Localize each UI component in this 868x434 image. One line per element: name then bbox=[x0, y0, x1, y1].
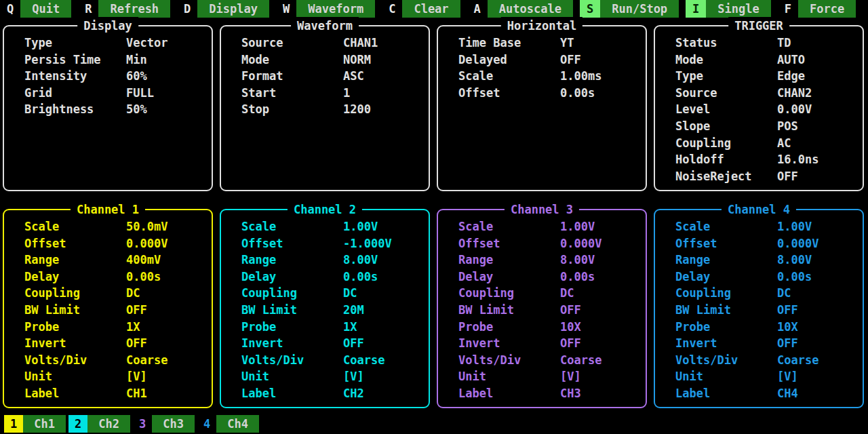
setting-label: Offset bbox=[458, 235, 560, 252]
setting-row-range: Range 8.00V bbox=[438, 252, 646, 269]
setting-label: Scale bbox=[241, 218, 343, 235]
menu-item-quit[interactable]: Q Quit bbox=[0, 0, 71, 18]
setting-value: OFF bbox=[560, 302, 581, 319]
setting-value: 1.00ms bbox=[560, 68, 601, 85]
setting-label: Type bbox=[24, 35, 126, 52]
menu-hotkey: W bbox=[276, 0, 296, 18]
setting-row-start: Start 1 bbox=[221, 85, 429, 102]
panel-title: Waveform bbox=[291, 17, 359, 35]
setting-label: Probe bbox=[458, 319, 560, 336]
setting-row-status: Status TD bbox=[655, 35, 863, 52]
menu-item-force[interactable]: F Force bbox=[778, 0, 856, 18]
setting-row-source: Source CHAN2 bbox=[655, 85, 863, 102]
menu-item-autoscale[interactable]: A Autoscale bbox=[467, 0, 573, 18]
setting-row-slope: Slope POS bbox=[655, 118, 863, 135]
menu-item-label: Waveform bbox=[296, 0, 375, 18]
setting-label: Delay bbox=[458, 269, 560, 285]
menu-item-run-stop[interactable]: S Run/Stop bbox=[580, 0, 679, 18]
setting-row-mode: Mode NORM bbox=[221, 52, 429, 68]
setting-value: OFF bbox=[126, 302, 147, 319]
setting-label: Mode bbox=[241, 52, 343, 68]
setting-value: 0.00s bbox=[126, 269, 161, 285]
setting-row-brightness: Brightness 50% bbox=[4, 101, 212, 118]
setting-label: Delay bbox=[241, 269, 343, 285]
setting-label: Scale bbox=[675, 218, 777, 235]
menu-item-label: Quit bbox=[20, 0, 71, 18]
setting-label: NoiseReject bbox=[675, 168, 777, 185]
setting-label: Unit bbox=[241, 368, 343, 385]
setting-label: Status bbox=[675, 35, 777, 52]
setting-value: DC bbox=[560, 285, 574, 302]
setting-value: OFF bbox=[777, 302, 798, 319]
setting-row-label: Label CH4 bbox=[655, 385, 863, 402]
setting-row-probe: Probe 10X bbox=[655, 319, 863, 336]
setting-row-probe: Probe 10X bbox=[438, 319, 646, 336]
setting-value: [V] bbox=[126, 368, 147, 385]
setting-label: Persis Time bbox=[24, 52, 126, 68]
panel-body: Scale 1.00V Offset -1.000V Range 8.00V D… bbox=[221, 210, 429, 402]
setting-label: Source bbox=[675, 85, 777, 102]
setting-row-offset: Offset 0.000V bbox=[655, 235, 863, 252]
menu-item-refresh[interactable]: R Refresh bbox=[78, 0, 170, 18]
setting-label: Delay bbox=[675, 269, 777, 285]
setting-value: CH4 bbox=[777, 385, 798, 402]
setting-row-delay: Delay 0.00s bbox=[221, 269, 429, 285]
setting-label: BW Limit bbox=[675, 302, 777, 319]
setting-value: Coarse bbox=[777, 352, 818, 369]
setting-row-volts-div: Volts/Div Coarse bbox=[4, 352, 212, 369]
panel-display: Display Type Vector Persis Time Min Inte… bbox=[3, 25, 213, 191]
setting-value: CH2 bbox=[343, 385, 364, 402]
setting-row-range: Range 8.00V bbox=[655, 252, 863, 269]
setting-row-type: Type Vector bbox=[4, 35, 212, 52]
setting-value: YT bbox=[560, 35, 574, 52]
setting-value: 1 bbox=[343, 85, 350, 102]
channel-label: Ch1 bbox=[23, 415, 66, 433]
setting-row-range: Range 400mV bbox=[4, 252, 212, 269]
menu-item-clear[interactable]: C Clear bbox=[382, 0, 460, 18]
panel-title: TRIGGER bbox=[728, 17, 789, 35]
setting-label: Start bbox=[241, 85, 343, 102]
menu-item-label: Force bbox=[798, 0, 856, 18]
setting-label: Source bbox=[241, 35, 343, 52]
panel-channel-3: Channel 3 Scale 1.00V Offset 0.000V Rang… bbox=[437, 209, 647, 408]
setting-value: 20M bbox=[343, 302, 364, 319]
panel-channel-4: Channel 4 Scale 1.00V Offset 0.000V Rang… bbox=[654, 209, 864, 408]
setting-value: DC bbox=[777, 285, 791, 302]
setting-value: 0.000V bbox=[126, 235, 167, 252]
setting-label: Volts/Div bbox=[24, 352, 126, 369]
setting-label: BW Limit bbox=[241, 302, 343, 319]
setting-value: 0.00s bbox=[777, 269, 812, 285]
setting-label: Delay bbox=[24, 269, 126, 285]
setting-value: 1.00V bbox=[343, 218, 378, 235]
menu-item-label: Autoscale bbox=[488, 0, 573, 18]
setting-label: BW Limit bbox=[458, 302, 560, 319]
panel-title: Channel 4 bbox=[722, 201, 796, 218]
menu-item-single[interactable]: I Single bbox=[686, 0, 771, 18]
menu-item-display[interactable]: D Display bbox=[177, 0, 269, 18]
channel-toggle-ch2[interactable]: 2 Ch2 bbox=[68, 415, 130, 433]
menu-hotkey: S bbox=[580, 0, 600, 18]
setting-value: DC bbox=[126, 285, 140, 302]
setting-row-delayed: Delayed OFF bbox=[438, 52, 646, 68]
setting-row-scale: Scale 1.00V bbox=[438, 218, 646, 235]
channel-toggle-ch4[interactable]: 4 Ch4 bbox=[197, 415, 259, 433]
setting-label: Probe bbox=[24, 319, 126, 336]
setting-row-time-base: Time Base YT bbox=[438, 35, 646, 52]
setting-value: Vector bbox=[126, 35, 167, 52]
channel-toggle-ch3[interactable]: 3 Ch3 bbox=[133, 415, 195, 433]
setting-value: 10X bbox=[560, 319, 581, 336]
menu-hotkey: F bbox=[778, 0, 798, 18]
setting-label: Invert bbox=[241, 335, 343, 352]
channel-toggle-ch1[interactable]: 1 Ch1 bbox=[4, 415, 66, 433]
setting-value: 0.00s bbox=[560, 269, 595, 285]
menu-item-waveform[interactable]: W Waveform bbox=[276, 0, 375, 18]
setting-row-bw-limit: BW Limit OFF bbox=[4, 302, 212, 319]
setting-label: Coupling bbox=[675, 285, 777, 302]
setting-value: CHAN2 bbox=[777, 85, 812, 102]
setting-row-unit: Unit [V] bbox=[438, 368, 646, 385]
setting-value: Coarse bbox=[343, 352, 384, 369]
setting-label: Range bbox=[24, 252, 126, 269]
setting-label: Coupling bbox=[675, 135, 777, 152]
setting-row-mode: Mode AUTO bbox=[655, 52, 863, 68]
setting-row-offset: Offset 0.000V bbox=[4, 235, 212, 252]
